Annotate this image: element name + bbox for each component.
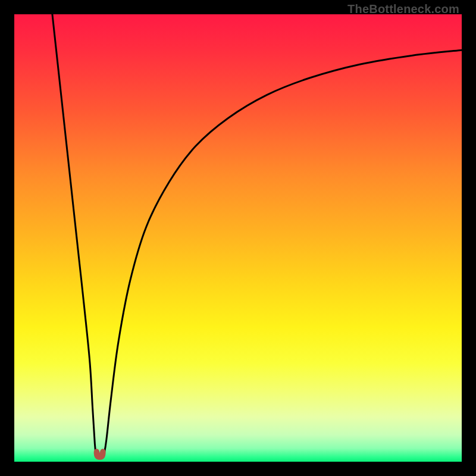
curve-left-branch bbox=[52, 14, 96, 456]
marker-nub bbox=[94, 449, 106, 460]
curve-right-branch bbox=[104, 50, 462, 456]
watermark-text: TheBottleneck.com bbox=[347, 2, 459, 16]
plot-frame bbox=[14, 14, 462, 462]
chart-svg bbox=[14, 14, 462, 462]
